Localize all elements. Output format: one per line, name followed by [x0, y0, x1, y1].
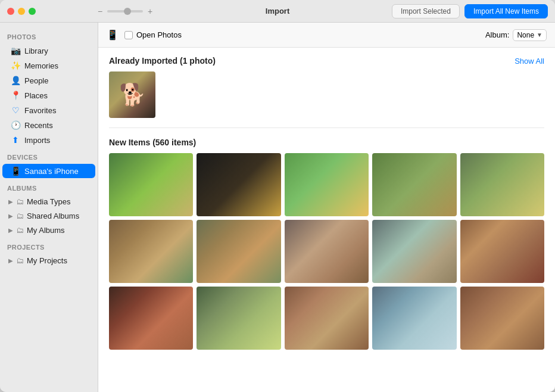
sidebar-item-memories[interactable]: ✨ Memories	[2, 58, 95, 73]
photo-item[interactable]	[285, 287, 369, 350]
sidebar-my-albums-label: My Albums	[27, 226, 65, 235]
photo-item[interactable]	[460, 220, 544, 283]
albums-section-label: Albums	[0, 179, 98, 194]
open-photos-checkbox[interactable]	[124, 31, 133, 39]
shared-albums-expand-icon: ▶	[8, 213, 13, 219]
library-icon: 📷	[11, 46, 20, 55]
phone-toolbar-icon: 📱	[107, 29, 119, 41]
titlebar-actions: Import Selected Import All New Items	[392, 4, 548, 18]
photo-scroll-area[interactable]: Already Imported (1 photo) Show All 🐕 Ne…	[98, 48, 555, 392]
new-items-header: New Items (560 items)	[109, 138, 544, 147]
photo-item[interactable]	[285, 153, 369, 216]
photo-item[interactable]	[109, 220, 193, 283]
zoom-in-button[interactable]: +	[145, 7, 155, 16]
sidebar-item-people[interactable]: 👤 People	[2, 73, 95, 88]
sidebar-item-places-label: Places	[24, 91, 48, 100]
photo-item[interactable]	[109, 153, 193, 216]
my-albums-folder-icon: 🗂	[16, 226, 24, 235]
places-icon: 📍	[11, 91, 20, 100]
zoom-slider[interactable]	[107, 10, 143, 13]
sidebar-item-my-albums[interactable]: ▶ 🗂 My Albums	[2, 223, 95, 237]
sidebar-item-recents-label: Recents	[24, 121, 53, 130]
dog-photo: 🐕	[109, 71, 155, 118]
my-projects-folder-icon: 🗂	[16, 256, 24, 265]
album-chevron-icon: ▼	[537, 32, 542, 38]
open-photos-option: Open Photos	[124, 30, 182, 39]
close-button[interactable]	[7, 8, 14, 15]
photo-item[interactable]	[372, 153, 456, 216]
media-types-folder-icon: 🗂	[16, 197, 24, 206]
memories-icon: ✨	[11, 61, 20, 70]
window-title: Import	[266, 7, 289, 15]
sidebar-item-my-projects[interactable]: ▶ 🗂 My Projects	[2, 254, 95, 267]
sidebar-device-label: Sanaa's iPhone	[24, 167, 79, 176]
sidebar-item-library-label: Library	[24, 46, 48, 55]
sidebar-item-device[interactable]: 📱 Sanaa's iPhone	[2, 164, 95, 178]
iphone-icon: 📱	[11, 166, 20, 176]
photo-item[interactable]	[197, 220, 280, 283]
people-icon: 👤	[11, 76, 20, 85]
album-dropdown[interactable]: None ▼	[513, 29, 547, 41]
sidebar-item-imports-label: Imports	[24, 136, 50, 145]
photo-item[interactable]	[460, 287, 544, 350]
already-imported-title: Already Imported (1 photo)	[109, 56, 216, 66]
sidebar-item-imports[interactable]: ⬆ Imports	[2, 133, 95, 147]
sidebar-shared-albums-label: Shared Albums	[27, 211, 79, 220]
already-imported-header: Already Imported (1 photo) Show All	[109, 56, 544, 66]
zoom-control: − +	[95, 7, 155, 16]
projects-section-label: Projects	[0, 238, 98, 253]
new-items-title: New Items (560 items)	[109, 138, 196, 147]
my-albums-expand-icon: ▶	[8, 227, 13, 234]
album-label: Album:	[485, 30, 509, 39]
sidebar-my-projects-label: My Projects	[27, 256, 67, 265]
my-projects-expand-icon: ▶	[8, 257, 13, 264]
sidebar-item-people-label: People	[24, 76, 48, 85]
photos-section-label: Photos	[0, 27, 98, 43]
devices-section-label: Devices	[0, 148, 98, 163]
album-value: None	[517, 31, 534, 39]
sidebar-item-media-types[interactable]: ▶ 🗂 Media Types	[2, 195, 95, 209]
sidebar-item-favorites-label: Favorites	[24, 106, 56, 115]
sidebar-item-library[interactable]: 📷 Library	[2, 43, 95, 58]
photo-item[interactable]	[372, 220, 456, 283]
photo-item[interactable]	[460, 153, 544, 216]
shared-albums-folder-icon: 🗂	[16, 211, 24, 220]
content-area: 📱 Open Photos Album: None ▼ Already	[98, 23, 555, 392]
zoom-out-button[interactable]: −	[95, 7, 105, 16]
favorites-icon: ♡	[11, 105, 20, 115]
photo-item[interactable]	[285, 220, 369, 283]
maximize-button[interactable]	[29, 8, 36, 15]
app-window: − + Import Import Selected Import All Ne…	[0, 0, 555, 392]
content-toolbar: 📱 Open Photos Album: None ▼	[98, 23, 555, 48]
photo-item[interactable]	[372, 287, 456, 350]
sidebar-media-types-label: Media Types	[27, 197, 70, 206]
open-photos-label: Open Photos	[136, 30, 182, 39]
import-selected-button[interactable]: Import Selected	[392, 4, 460, 18]
already-imported-grid: 🐕	[109, 71, 544, 118]
main-content: Photos 📷 Library ✨ Memories 👤 People 📍 P…	[0, 23, 555, 392]
photo-item[interactable]	[197, 287, 280, 350]
show-all-link[interactable]: Show All	[515, 57, 544, 66]
import-all-button[interactable]: Import All New Items	[464, 4, 548, 18]
already-imported-photo[interactable]: 🐕	[109, 71, 155, 118]
sidebar-item-places[interactable]: 📍 Places	[2, 88, 95, 102]
zoom-thumb	[124, 8, 131, 15]
sidebar-item-favorites[interactable]: ♡ Favorites	[2, 103, 95, 117]
photo-item[interactable]	[197, 153, 280, 216]
media-types-expand-icon: ▶	[8, 198, 13, 205]
new-items-grid	[109, 153, 544, 350]
section-divider	[109, 127, 544, 128]
minimize-button[interactable]	[18, 8, 25, 15]
sidebar-item-memories-label: Memories	[24, 61, 58, 70]
recents-icon: 🕐	[11, 120, 20, 130]
sidebar-item-shared-albums[interactable]: ▶ 🗂 Shared Albums	[2, 209, 95, 223]
sidebar: Photos 📷 Library ✨ Memories 👤 People 📍 P…	[0, 23, 98, 392]
imports-icon: ⬆	[11, 135, 20, 145]
photo-item[interactable]	[109, 287, 193, 350]
sidebar-item-recents[interactable]: 🕐 Recents	[2, 118, 95, 132]
titlebar: − + Import Import Selected Import All Ne…	[0, 0, 555, 23]
